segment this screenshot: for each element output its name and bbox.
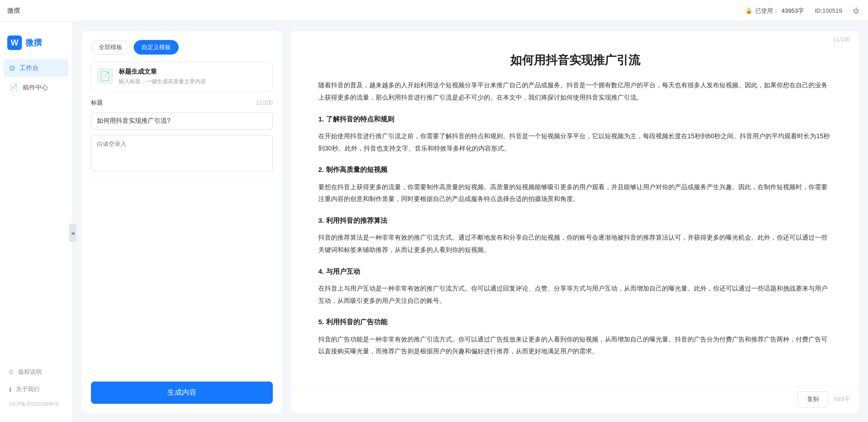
word-count: 693字 xyxy=(834,395,850,403)
article-heading: 2. 制作高质量的短视频 xyxy=(318,163,832,176)
form-section: 标题 12/100 xyxy=(91,99,273,171)
logo-w-icon: W xyxy=(7,35,22,50)
right-panel: 11/100 如何用抖音实现推广引流 随着抖音的普及，越来越多的人开始利用这个短… xyxy=(291,31,859,413)
sidebar-item-about-label: 关于我们 xyxy=(16,385,40,393)
lock-icon: 🔒 xyxy=(745,7,753,14)
article-paragraph: 抖音的推荐算法是一种非常有效的推广引流方式。通过不断地发布和分享自己的短视频，你… xyxy=(318,231,832,256)
article-paragraph: 要想在抖音上获得更多的流量，你需要制作高质量的短视频。高质量的短视频能够吸引更多… xyxy=(318,181,832,205)
generate-button[interactable]: 生成内容 xyxy=(91,382,273,404)
article-paragraph: 随着抖音的普及，越来越多的人开始利用这个短视频分享平台来推广自己的产品或服务。抖… xyxy=(318,79,832,103)
topbar-title: 微撰 xyxy=(7,7,20,15)
template-card-icon: 📄 xyxy=(97,68,113,84)
title-label: 标题 xyxy=(91,99,103,107)
logo: W 微撰 xyxy=(0,31,72,59)
template-tabs: 全部模板 自定义模板 xyxy=(91,40,273,55)
power-icon[interactable]: ⏻ xyxy=(853,7,859,14)
tab-all[interactable]: 全部模板 xyxy=(91,40,130,55)
tab-custom[interactable]: 自定义模板 xyxy=(134,40,179,55)
collapse-handle[interactable]: ◀ xyxy=(69,224,76,242)
sidebar-item-about[interactable]: ℹ 关于我们 xyxy=(4,382,69,397)
usage-label: 已使用： xyxy=(755,7,779,15)
template-name: 标题生成文章 xyxy=(119,68,267,76)
article-body: 随着抖音的普及，越来越多的人开始利用这个短视频分享平台来推广自己的产品或服务。抖… xyxy=(318,79,832,357)
article-heading: 5. 利用抖音的广告功能 xyxy=(318,316,832,329)
divider xyxy=(91,182,273,183)
sidebar-item-copyright-label: 版权说明 xyxy=(18,368,42,376)
icp-text: ©ICP备2022016846号 xyxy=(4,399,69,409)
article-heading: 3. 利用抖音的推荐算法 xyxy=(318,214,832,227)
right-panel-footer: 复制 693字 xyxy=(291,385,859,413)
sidebar-item-drafts[interactable]: 📄 稿件中心 xyxy=(4,79,69,96)
usage-info: 🔒 已使用： 43953字 xyxy=(745,7,804,15)
topbar-right: 🔒 已使用： 43953字 ID:100519 ⏻ xyxy=(745,7,859,15)
content-textarea[interactable] xyxy=(91,135,273,171)
usage-count: 43953字 xyxy=(782,7,804,15)
sidebar-item-workspace[interactable]: ⊙ 工作台 xyxy=(4,59,69,77)
sidebar: W 微撰 ⊙ 工作台 📄 稿件中心 © 版权说明 ℹ 关于我们 xyxy=(0,22,73,422)
article-paragraph: 在抖音上与用户互动是一种非常有效的推广引流方式。你可以通过回复评论、点赞、分享等… xyxy=(318,282,832,306)
article-heading: 1. 了解抖音的特点和规则 xyxy=(318,113,832,126)
copy-button[interactable]: 复制 xyxy=(798,391,828,407)
page-indicator: 11/100 xyxy=(833,36,850,43)
title-input[interactable] xyxy=(91,112,273,130)
article-content[interactable]: 如何用抖音实现推广引流 随着抖音的普及，越来越多的人开始利用这个短视频分享平台来… xyxy=(291,43,859,385)
copyright-icon: © xyxy=(9,369,14,376)
user-id: ID:100519 xyxy=(815,7,842,14)
topbar-left: 微撰 xyxy=(0,7,20,15)
right-panel-header: 11/100 xyxy=(291,31,859,43)
topbar: 微撰 🔒 已使用： 43953字 ID:100519 ⏻ xyxy=(0,0,868,22)
workspace-icon: ⊙ xyxy=(9,64,15,72)
logo-text: 微撰 xyxy=(25,37,42,48)
title-label-row: 标题 12/100 xyxy=(91,99,273,107)
template-info: 标题生成文章 输入标题，一键生成高质量文章内容 xyxy=(119,68,267,85)
sidebar-item-drafts-label: 稿件中心 xyxy=(23,84,48,92)
left-panel: 全部模板 自定义模板 📄 标题生成文章 输入标题，一键生成高质量文章内容 标题 … xyxy=(82,31,282,413)
sidebar-bottom: © 版权说明 ℹ 关于我们 ©ICP备2022016846号 xyxy=(0,364,72,413)
info-icon: ℹ xyxy=(9,386,11,393)
article-heading: 4. 与用户互动 xyxy=(318,265,832,278)
article-title: 如何用抖音实现推广引流 xyxy=(318,52,832,68)
drafts-icon: 📄 xyxy=(9,83,18,92)
content-area: 全部模板 自定义模板 📄 标题生成文章 输入标题，一键生成高质量文章内容 标题 … xyxy=(73,22,868,422)
sidebar-nav: ⊙ 工作台 📄 稿件中心 xyxy=(0,59,72,96)
template-desc: 输入标题，一键生成高质量文章内容 xyxy=(119,78,267,85)
title-count: 12/100 xyxy=(256,100,273,106)
sidebar-item-copyright[interactable]: © 版权说明 xyxy=(4,364,69,380)
article-paragraph: 在开始使用抖音进行推广引流之前，你需要了解抖音的特点和规则。抖音是一个短视频分享… xyxy=(318,130,832,154)
template-card[interactable]: 📄 标题生成文章 输入标题，一键生成高质量文章内容 xyxy=(91,62,273,91)
article-paragraph: 抖音的广告功能是一种非常有效的推广引流方式。你可以通过广告投放来让更多的人看到你… xyxy=(318,333,832,357)
sidebar-item-workspace-label: 工作台 xyxy=(20,64,39,72)
